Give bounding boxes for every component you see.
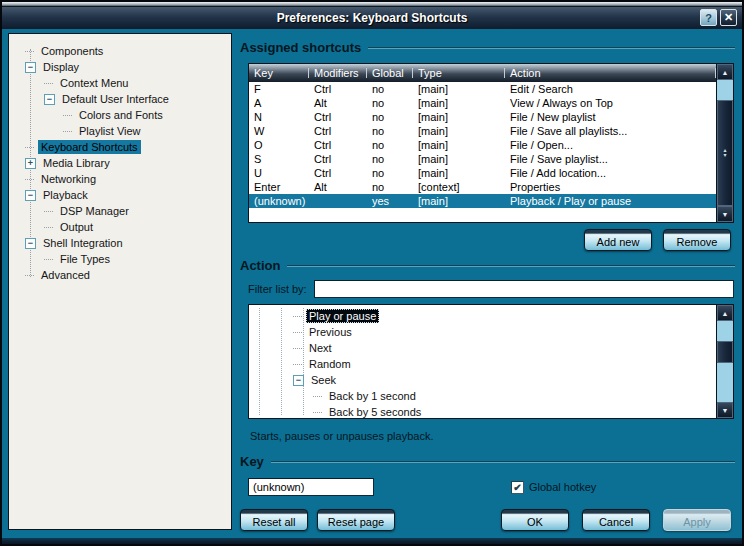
table-scrollbar[interactable]: ▲ ▴ ▾ ▼ (716, 64, 733, 222)
collapse-icon[interactable]: − (25, 190, 36, 201)
table-row[interactable]: (unknown)yes[main]Playback / Play or pau… (249, 194, 716, 208)
table-cell: no (367, 83, 413, 95)
help-button[interactable]: ? (700, 9, 717, 26)
table-header[interactable]: KeyModifiersGlobalTypeAction (249, 64, 716, 82)
scrollbar-thumb[interactable]: ▴ ▾ (717, 100, 733, 206)
arrow-up-icon: ▲ (722, 310, 729, 317)
table-cell: [main] (413, 125, 505, 137)
sidebar-item-networking[interactable]: Networking (13, 171, 227, 187)
arrow-down-icon: ▼ (722, 211, 729, 218)
tree-connector (25, 51, 34, 52)
sidebar-item-default-user-interface[interactable]: −Default User Interface (13, 91, 227, 107)
global-hotkey-checkbox[interactable]: ✔ (511, 481, 524, 494)
sidebar-item-label: Context Menu (57, 76, 131, 90)
apply-button[interactable]: Apply (663, 509, 731, 531)
table-cell: File / Add location... (505, 167, 716, 179)
table-cell: Edit / Search (505, 83, 716, 95)
table-row[interactable]: FCtrlno[main]Edit / Search (249, 82, 716, 96)
table-row[interactable]: OCtrlno[main]File / Open... (249, 138, 716, 152)
action-item-back-by-1-second[interactable]: Back by 1 second (249, 388, 716, 404)
table-row[interactable]: UCtrlno[main]File / Add location... (249, 166, 716, 180)
table-cell: Ctrl (309, 125, 367, 137)
table-row[interactable]: AAltno[main]View / Always on Top (249, 96, 716, 110)
ok-button[interactable]: OK (501, 509, 569, 531)
scroll-up-button[interactable]: ▲ (717, 64, 733, 80)
sidebar-item-label: Playlist View (76, 124, 144, 138)
sidebar-item-label: Keyboard Shortcuts (38, 140, 141, 154)
close-button[interactable]: ✕ (720, 9, 737, 26)
action-item-play-or-pause[interactable]: Play or pause (249, 308, 716, 324)
scroll-down-button[interactable]: ▼ (717, 206, 733, 222)
reset-page-button[interactable]: Reset page (317, 509, 395, 531)
table-row[interactable]: WCtrlno[main]File / Save all playlists..… (249, 124, 716, 138)
preferences-dialog: Preferences: Keyboard Shortcuts ? ✕ Comp… (0, 0, 744, 546)
column-header-action[interactable]: Action (505, 64, 716, 82)
remove-button[interactable]: Remove (663, 229, 731, 251)
key-section-title: Key (240, 454, 264, 469)
table-cell: Playback / Play or pause (505, 195, 716, 207)
action-list-scrollbar[interactable]: ▲ ▼ (716, 305, 733, 418)
action-item-random[interactable]: Random (249, 356, 716, 372)
sidebar-item-label: Display (40, 60, 82, 74)
column-header-type[interactable]: Type (413, 64, 505, 82)
sidebar-item-display[interactable]: −Display (13, 59, 227, 75)
table-cell: Ctrl (309, 111, 367, 123)
scrollbar-track[interactable] (717, 363, 733, 402)
window-bottom-edge (2, 538, 742, 544)
table-row[interactable]: EnterAltno[context]Properties (249, 180, 716, 194)
table-cell: no (367, 97, 413, 109)
table-row[interactable]: SCtrlno[main]File / Save playlist... (249, 152, 716, 166)
tree-connector (293, 348, 302, 349)
expand-icon[interactable]: + (25, 158, 36, 169)
action-item-label: Back by 1 second (326, 389, 419, 403)
action-list[interactable]: Play or pausePreviousNextRandom−SeekBack… (248, 304, 734, 419)
assigned-shortcuts-title: Assigned shortcuts (240, 40, 361, 55)
sidebar-item-playlist-view[interactable]: Playlist View (13, 123, 227, 139)
action-item-next[interactable]: Next (249, 340, 716, 356)
collapse-icon[interactable]: − (44, 94, 55, 105)
sidebar-item-context-menu[interactable]: Context Menu (13, 75, 227, 91)
sidebar-item-components[interactable]: Components (13, 43, 227, 59)
scroll-up-button[interactable]: ▲ (717, 305, 733, 321)
table-cell: A (249, 97, 309, 109)
column-header-modifiers[interactable]: Modifiers (309, 64, 367, 82)
collapse-icon[interactable]: − (25, 62, 36, 73)
cancel-button[interactable]: Cancel (582, 509, 650, 531)
sidebar-item-file-types[interactable]: File Types (13, 251, 227, 267)
scrollbar-thumb[interactable] (717, 341, 733, 363)
reset-all-button[interactable]: Reset all (240, 509, 308, 531)
table-cell: [context] (413, 181, 505, 193)
preferences-nav-panel: Components−DisplayContext Menu−Default U… (8, 33, 232, 530)
sidebar-item-advanced[interactable]: Advanced (13, 267, 227, 283)
sidebar-item-colors-and-fonts[interactable]: Colors and Fonts (13, 107, 227, 123)
collapse-icon[interactable]: − (293, 375, 304, 386)
action-item-seek[interactable]: −Seek (249, 372, 716, 388)
table-cell: no (367, 181, 413, 193)
sidebar-item-output[interactable]: Output (13, 219, 227, 235)
table-cell: Ctrl (309, 83, 367, 95)
action-item-back-by-5-seconds[interactable]: Back by 5 seconds (249, 404, 716, 418)
collapse-icon[interactable]: − (25, 238, 36, 249)
table-row[interactable]: NCtrlno[main]File / New playlist (249, 110, 716, 124)
tree-connector (293, 316, 302, 317)
sidebar-item-shell-integration[interactable]: −Shell Integration (13, 235, 227, 251)
filter-input[interactable] (314, 280, 734, 298)
add-new-button[interactable]: Add new (584, 229, 652, 251)
assigned-shortcuts-table[interactable]: KeyModifiersGlobalTypeAction FCtrlno[mai… (248, 63, 734, 223)
sidebar-item-label: Components (38, 44, 106, 58)
sidebar-item-playback[interactable]: −Playback (13, 187, 227, 203)
title-bar[interactable]: Preferences: Keyboard Shortcuts ? ✕ (2, 7, 742, 29)
column-header-global[interactable]: Global (367, 64, 413, 82)
scroll-grip-icon: ▾ (723, 153, 726, 158)
column-header-key[interactable]: Key (249, 64, 309, 82)
sidebar-item-keyboard-shortcuts[interactable]: Keyboard Shortcuts (13, 139, 227, 155)
scrollbar-track[interactable] (717, 321, 733, 341)
action-item-previous[interactable]: Previous (249, 324, 716, 340)
sidebar-item-media-library[interactable]: +Media Library (13, 155, 227, 171)
sidebar-item-label: Colors and Fonts (76, 108, 166, 122)
scrollbar-track[interactable] (717, 80, 733, 100)
scroll-down-button[interactable]: ▼ (717, 402, 733, 418)
sidebar-item-dsp-manager[interactable]: DSP Manager (13, 203, 227, 219)
key-input[interactable] (248, 478, 374, 496)
table-cell: [main] (413, 139, 505, 151)
